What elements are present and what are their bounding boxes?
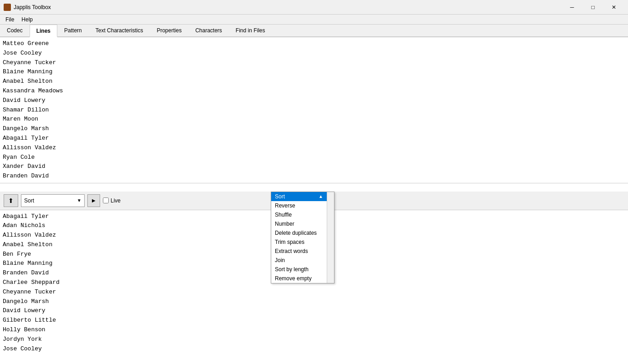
tab-properties[interactable]: Properties bbox=[150, 25, 188, 36]
sort-dropdown-wrapper: Sort ▼ bbox=[21, 194, 85, 207]
bottom-pane-line: Cheyanne Tucker bbox=[3, 288, 625, 297]
run-icon: ▶ bbox=[92, 198, 96, 203]
app-icon bbox=[4, 4, 11, 11]
top-pane-line: Xander David bbox=[3, 162, 625, 172]
top-pane-container: Matteo GreeneJose CooleyCheyanne TuckerB… bbox=[0, 37, 628, 192]
top-pane-line: Branden David bbox=[3, 172, 625, 181]
top-pane-line: Anabel Shelton bbox=[3, 77, 625, 86]
top-pane-line: Maren Moon bbox=[3, 115, 625, 124]
bottom-pane-line: David Lowery bbox=[3, 306, 625, 316]
top-pane-line: Shamar Dillon bbox=[3, 106, 625, 115]
tab-codec[interactable]: Codec bbox=[0, 25, 30, 36]
top-pane-line: Matteo Greene bbox=[3, 39, 625, 49]
upload-icon: ⬆ bbox=[8, 197, 14, 204]
menu-help[interactable]: Help bbox=[18, 15, 36, 24]
main-content: Matteo GreeneJose CooleyCheyanne TuckerB… bbox=[0, 37, 628, 364]
top-pane-line: Blaine Manning bbox=[3, 67, 625, 77]
top-pane-line: Ryan Cole bbox=[3, 153, 625, 162]
dropdown-item-extract-words[interactable]: Extract words bbox=[271, 247, 327, 256]
top-pane-line: Abagail Tyler bbox=[3, 134, 625, 143]
sort-dropdown-label: Sort bbox=[24, 197, 34, 204]
dropdown-item-shuffle[interactable]: Shuffle bbox=[271, 210, 327, 219]
dropdown-item-sort-by-length[interactable]: Sort by length bbox=[271, 265, 327, 274]
tab-find-in-files[interactable]: Find in Files bbox=[229, 25, 272, 36]
live-checkbox-input[interactable] bbox=[103, 197, 109, 203]
dropdown-item-trim-spaces[interactable]: Trim spaces bbox=[271, 238, 327, 247]
title-bar: Japplis Toolbox ─ □ ✕ bbox=[0, 0, 628, 15]
bottom-pane-line: Gilberto Little bbox=[3, 316, 625, 325]
tab-text-characteristics[interactable]: Text Characteristics bbox=[89, 25, 150, 36]
close-button[interactable]: ✕ bbox=[603, 0, 624, 15]
menu-bar: File Help bbox=[0, 15, 628, 25]
minimize-button[interactable]: ─ bbox=[562, 0, 582, 15]
dropdown-item-delete-duplicates[interactable]: Delete duplicates bbox=[271, 228, 327, 238]
dropdown-item-sort[interactable]: Sort▲ bbox=[271, 192, 327, 201]
menu-file[interactable]: File bbox=[2, 15, 18, 24]
tab-characters[interactable]: Characters bbox=[188, 25, 229, 36]
bottom-pane-line: Dangelo Marsh bbox=[3, 297, 625, 307]
dropdown-item-number[interactable]: Number bbox=[271, 219, 327, 228]
top-pane[interactable]: Matteo GreeneJose CooleyCheyanne TuckerB… bbox=[0, 37, 628, 183]
title-bar-left: Japplis Toolbox bbox=[4, 4, 51, 11]
tab-lines[interactable]: Lines bbox=[30, 25, 57, 37]
live-label: Live bbox=[111, 197, 121, 204]
dropdown-item-join[interactable]: Join bbox=[271, 256, 327, 265]
dropdown-item-remove-empty[interactable]: Remove empty bbox=[271, 274, 327, 283]
tab-bar: Codec Lines Pattern Text Characteristics… bbox=[0, 25, 628, 37]
run-button[interactable]: ▶ bbox=[87, 194, 100, 207]
chevron-down-icon: ▼ bbox=[77, 198, 81, 203]
sort-dropdown-trigger[interactable]: Sort ▼ bbox=[21, 194, 85, 207]
tab-pattern[interactable]: Pattern bbox=[57, 25, 89, 36]
maximize-button[interactable]: □ bbox=[582, 0, 603, 15]
top-pane-line: David Lowery bbox=[3, 96, 625, 106]
bottom-pane-line: Jordyn York bbox=[3, 335, 625, 344]
app-title: Japplis Toolbox bbox=[14, 4, 51, 10]
sort-dropdown-menu: Sort▲ReverseShuffleNumberDelete duplicat… bbox=[271, 192, 334, 283]
top-pane-line: Jose Cooley bbox=[3, 49, 625, 58]
bottom-pane-line: Jose Cooley bbox=[3, 344, 625, 354]
toolbar: ⬆ Sort ▼ ▶ Live Sort▲ReverseShuffleNumbe… bbox=[0, 192, 628, 210]
top-pane-line: Dangelo Marsh bbox=[3, 124, 625, 134]
bottom-pane-line: Holly Benson bbox=[3, 325, 625, 335]
dropdown-item-reverse[interactable]: Reverse bbox=[271, 201, 327, 210]
top-pane-line: Cheyanne Tucker bbox=[3, 58, 625, 68]
title-bar-controls: ─ □ ✕ bbox=[562, 0, 624, 15]
top-pane-line: Kassandra Meadows bbox=[3, 86, 625, 96]
live-checkbox-label[interactable]: Live bbox=[103, 197, 121, 204]
top-pane-line: Allisson Valdez bbox=[3, 143, 625, 153]
upload-button[interactable]: ⬆ bbox=[4, 194, 18, 207]
